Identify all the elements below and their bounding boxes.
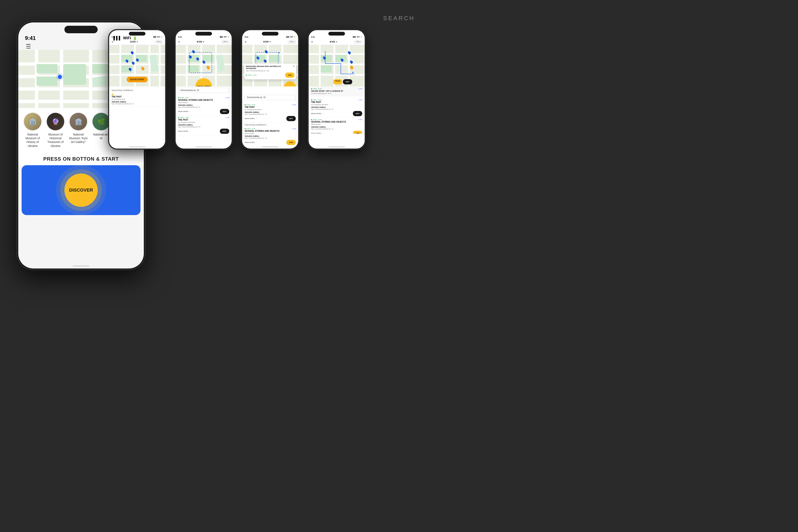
- hamburger-4[interactable]: ☰: [311, 41, 313, 43]
- popup-close[interactable]: ✕: [293, 65, 295, 68]
- read-more-2a[interactable]: READ MORE →: [178, 111, 190, 112]
- map-2: A CREATE JORNEY: [176, 45, 232, 87]
- map-edit-btn[interactable]: EDIT: [343, 79, 352, 84]
- gallery-label-2: Museum of Historical Treasures of Ukrain…: [46, 133, 65, 148]
- edit-btn-2b[interactable]: EDIT: [220, 129, 229, 134]
- read-more-2b[interactable]: READ MORE →: [178, 130, 190, 132]
- ex-item-3a[interactable]: OPEN · 20:00 +1 KM TNE PAST by Volodymyr…: [245, 103, 296, 122]
- venue-name-1: Voloshin Gallery: [112, 101, 163, 103]
- gallery-item-4[interactable]: 🌿 National and M: [92, 112, 111, 148]
- km-3b: +1 KM: [291, 128, 296, 130]
- venue-2b: Voloshin Gallery: [178, 124, 229, 126]
- online-status: OPEN · 20:00: [313, 88, 322, 90]
- header-bar-3: ☰ KYIV ▼ Offline: [242, 39, 298, 45]
- venue-4b: Voloshin Gallery: [311, 126, 362, 128]
- phone-popup: 9:41 ▌▌▌WiFi🔋 ☰ KYIV ▼ Offline: [241, 29, 299, 150]
- read-more-4a[interactable]: READ MORE →: [311, 113, 323, 114]
- finish-btn[interactable]: FINISH: [333, 79, 342, 84]
- route-box: [189, 52, 212, 73]
- venue-3a: Voloshin Gallery: [245, 111, 296, 113]
- read-more-3a[interactable]: READ MORE →: [245, 118, 257, 119]
- ex-title-4a: TNE PAST: [311, 101, 362, 103]
- online-km: +1 KM: [358, 88, 362, 90]
- status-4b: OPEN · 20:00: [313, 119, 322, 120]
- edit-btn-2a[interactable]: EDIT: [220, 109, 229, 114]
- home-bar-2: [195, 147, 212, 147]
- addr-3a: Kyiv, Tereshchenkivska str. 13: [245, 113, 296, 115]
- phone-create-journey: 9:41 ▌▌▌WiFi🔋 ☰ KYIV ▼ Offline: [174, 29, 233, 150]
- km-4a: +1 KM: [358, 99, 362, 100]
- online-show-section: OPEN · 20:00 +1 KM ONLINE SHOW "ART & SC…: [309, 87, 365, 96]
- phone-searching: 9:41 ▌▌▌WiFi🔋 ☰ KYIV ▼ Offline: [108, 29, 166, 150]
- press-text-container: PRESS ON BOTTON & START: [18, 152, 144, 165]
- status-icons: ▌▌▌ WiFi 🔋: [113, 36, 137, 40]
- online-title: ONLINE SHOW "ART & SCIENCE III": [311, 90, 362, 92]
- home-bar: [73, 266, 89, 266]
- join-btn-3b[interactable]: JOIN: [286, 140, 296, 145]
- gallery-item-3[interactable]: 🏛️ National Museum "Kyiv Art Gallery": [69, 112, 88, 148]
- addr-4a: Kyiv, Tereshchenkivska str. 13: [311, 108, 362, 110]
- addr-3b: Kyiv, Tereshchenkivska str. 13: [245, 137, 296, 139]
- create-journey-btn[interactable]: CREATE JORNEY: [195, 78, 212, 87]
- ex-author-1: by Volodymyr Bud...: [112, 98, 163, 100]
- map-1: A SEARCHING: [109, 45, 165, 87]
- ex-title-4b: SEVERAL STORIES AND OBJECTS: [311, 121, 362, 123]
- time-3: 9:41: [245, 36, 248, 38]
- km-badge-2a: +1 KM: [225, 97, 229, 98]
- gallery-item-1[interactable]: 🏛️ National Museum of History of Ukraine: [23, 112, 42, 148]
- phone-notch: [64, 26, 98, 33]
- km-badge-2b: +1 KM: [225, 117, 229, 118]
- search-bar-2[interactable]: Schevchenka str, 32: [178, 88, 229, 93]
- ex-item-3b[interactable]: OPEN · 20:00 +1 KM SEVERAL STORIES AND O…: [245, 127, 296, 147]
- home-bar-4: [328, 147, 345, 147]
- venue-3b: Voloshin Gallery: [245, 135, 296, 137]
- hamburger-icon[interactable]: ☰: [26, 43, 31, 50]
- map-4: A FINISH EDIT: [309, 45, 365, 87]
- ex-item-2b[interactable]: OPEN · 19:00 +1 KM TNE PAST by Volodymyr…: [178, 116, 229, 135]
- edit-btn-4a[interactable]: EDIT: [353, 111, 362, 116]
- ex-author-3a: by Volodymyr Buchikov: [245, 109, 296, 111]
- ex-item-4a[interactable]: OPEN · 20:00 +1 KM TNE PAST by Volodymyr…: [311, 98, 362, 118]
- city-2[interactable]: KYIV ▼: [197, 40, 205, 43]
- ex-item-2a[interactable]: OPEN · 20:00 +1 KM SEVERAL STORIES AND O…: [178, 96, 229, 116]
- read-more-4b[interactable]: READ MORE →: [311, 132, 323, 134]
- ex-title-3a: TNE PAST: [245, 106, 296, 108]
- edit-btn-3a[interactable]: EDIT: [286, 116, 296, 121]
- offline-2: Offline: [221, 40, 229, 43]
- popup-title: Natzionalny Museum East and West Art Ter…: [246, 65, 294, 70]
- ex-item-4b[interactable]: OPEN · 20:00 +1 KM SEVERAL STORIES AND O…: [311, 118, 362, 134]
- city-4[interactable]: KYIV ▼: [330, 40, 338, 43]
- time: 9:41: [25, 35, 36, 41]
- searching-bubble: SEARCHING: [127, 77, 148, 82]
- discover-button[interactable]: DISCOVER: [64, 173, 98, 207]
- join-btn-4b[interactable]: JOIN: [353, 131, 362, 134]
- content-3: OPEN · 20:00 +1 KM TNE PAST by Volodymyr…: [242, 101, 298, 147]
- offline-1: Offline: [155, 40, 163, 43]
- status-3a: OPEN · 20:00: [246, 104, 255, 106]
- popup-join-btn[interactable]: JOIN: [285, 73, 294, 78]
- home-bar-3: [262, 147, 279, 147]
- small-dot-3: [279, 52, 280, 53]
- city-3[interactable]: KYIV ▼: [263, 40, 271, 43]
- km-4b: +1 KM: [358, 119, 362, 120]
- ex-title-1: TNE PAST: [112, 96, 163, 98]
- gallery-label-4: National and M: [92, 133, 111, 140]
- notch-4: [328, 32, 345, 36]
- time-2: 9:41: [178, 36, 182, 38]
- page-title: SEARCH: [383, 15, 415, 22]
- hamburger-3[interactable]: ☰: [245, 41, 246, 43]
- gallery-item-2[interactable]: 🔮 Museum of Historical Treasures of Ukra…: [46, 112, 65, 148]
- ex-author-4b: Nikita Kadan: [311, 124, 362, 125]
- location-dot: [58, 75, 62, 79]
- search-bar-3[interactable]: Schevchenka str, 32: [245, 95, 296, 100]
- small-dot-4: [352, 72, 354, 73]
- ex-title-2a: SEVERAL STORIES AND OBJECTS: [178, 99, 229, 101]
- hamburger-2[interactable]: ☰: [178, 41, 180, 43]
- exhibition-item-1[interactable]: TNE PAST by Volodymyr Bud... Voloshin Ga…: [112, 92, 163, 106]
- read-more-3b[interactable]: READ MORE →: [245, 141, 257, 144]
- notch-3: [262, 32, 279, 36]
- phone-finish: 9:41 ▌▌▌WiFi🔋 ☰ KYIV ▼ Offline: [308, 29, 366, 150]
- create-journey-btn-3[interactable]: CREATE JORNEY: [284, 81, 296, 87]
- content-4: OPEN · 20:00 +1 KM TNE PAST by Volodymyr…: [309, 96, 365, 134]
- status-3b: OPEN · 20:00: [246, 128, 255, 130]
